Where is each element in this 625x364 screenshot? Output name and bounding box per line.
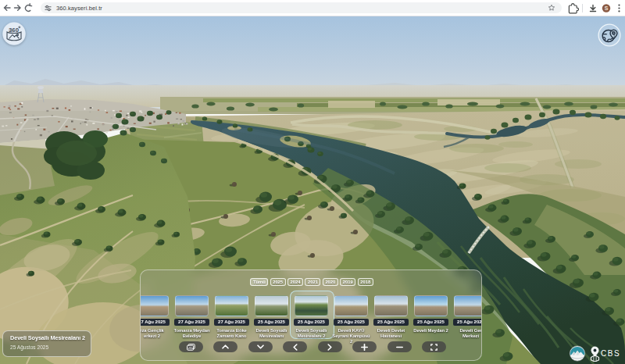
svg-text:CBS: CBS [601,349,620,358]
svg-text:S: S [605,5,609,11]
svg-text:360: 360 [9,27,20,34]
